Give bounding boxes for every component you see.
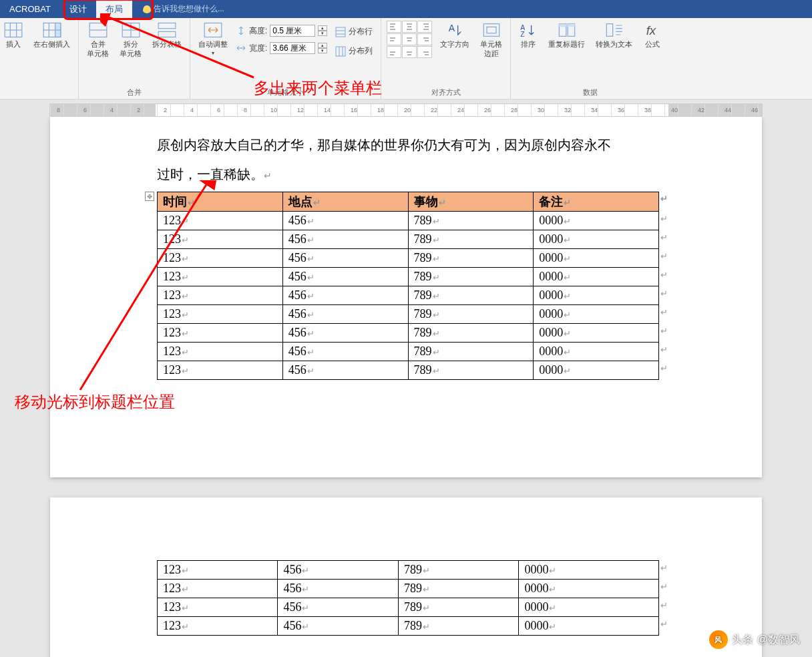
table-cell[interactable]: 0000↵↵ <box>519 617 659 636</box>
table-row[interactable]: 123↵456↵789↵0000↵↵ <box>158 286 659 305</box>
table-cell[interactable]: 456↵ <box>282 212 408 230</box>
autofit-button[interactable]: 自动调整▾ <box>196 21 230 59</box>
align-mc[interactable] <box>402 33 417 45</box>
merge-cells-button[interactable]: 合并 单元格 <box>84 21 112 60</box>
table-row[interactable]: 123↵456↵789↵0000↵↵ <box>158 268 659 286</box>
table-cell[interactable]: 0000↵↵ <box>534 286 659 305</box>
table-cell[interactable]: 456↵ <box>278 580 398 598</box>
table-cell[interactable]: 789↵ <box>408 230 534 249</box>
table-cell[interactable]: 456↵ <box>282 343 408 361</box>
table-cell[interactable]: 456↵ <box>282 361 408 380</box>
align-tc[interactable] <box>402 21 417 33</box>
table-cell[interactable]: 0000↵↵ <box>519 598 659 617</box>
text-direction-button[interactable]: A 文字方向 <box>437 21 472 50</box>
tab-layout[interactable]: 布局 <box>96 0 132 18</box>
height-input[interactable] <box>270 25 315 37</box>
table-cell[interactable]: 123↵ <box>158 305 283 324</box>
table-cell[interactable]: 123↵ <box>158 249 283 268</box>
insert-button[interactable]: 插入 <box>1 21 25 50</box>
table-header-cell[interactable]: 地点↵ <box>282 192 408 212</box>
table-row[interactable]: 123↵456↵789↵0000↵↵ <box>158 580 659 598</box>
table-cell[interactable]: 0000↵↵ <box>534 343 659 361</box>
formula-button[interactable]: fx 公式 <box>640 21 664 50</box>
height-spinner[interactable]: ▴▾ <box>318 25 327 36</box>
table-row[interactable]: 123↵456↵789↵0000↵↵ <box>158 598 659 617</box>
table-cell[interactable]: 456↵ <box>282 286 408 305</box>
table-row[interactable]: 123↵456↵789↵0000↵↵ <box>158 561 659 580</box>
table-header-cell[interactable]: 事物↵ <box>408 192 534 212</box>
table-cell[interactable]: 123↵ <box>158 286 283 305</box>
table-cell[interactable]: 789↵ <box>408 343 534 361</box>
table-cell[interactable]: 789↵ <box>408 324 534 343</box>
table-cell[interactable]: 123↵ <box>158 343 283 361</box>
tab-design[interactable]: 设计 <box>60 0 96 18</box>
align-tr[interactable] <box>417 21 432 33</box>
table-row[interactable]: 123↵456↵789↵0000↵↵ <box>158 617 659 636</box>
table-cell[interactable]: 789↵ <box>408 212 534 230</box>
align-bl[interactable] <box>387 46 401 58</box>
table-cell[interactable]: 123↵ <box>158 580 278 598</box>
width-input[interactable] <box>270 42 315 54</box>
table-cell[interactable]: 123↵ <box>158 561 278 580</box>
table-cell[interactable]: 789↵ <box>398 580 518 598</box>
table-row[interactable]: 123↵456↵789↵0000↵↵ <box>158 212 659 230</box>
table-row[interactable]: 123↵456↵789↵0000↵↵ <box>158 230 659 249</box>
table-cell[interactable]: 0000↵↵ <box>534 361 659 380</box>
table-row[interactable]: 123↵456↵789↵0000↵↵ <box>158 324 659 343</box>
convert-to-text-button[interactable]: 转换为文本 <box>593 21 635 50</box>
table-cell[interactable]: 789↵ <box>408 361 534 380</box>
distribute-cols-button[interactable]: 分布列 <box>333 44 375 58</box>
insert-right-button[interactable]: 在右侧插入 <box>31 21 73 50</box>
table-cell[interactable]: 123↵ <box>158 212 283 230</box>
repeat-header-button[interactable]: 重复标题行 <box>546 21 588 50</box>
table-header-cell[interactable]: 时间↵ <box>158 192 283 212</box>
table-cell[interactable]: 456↵ <box>278 561 398 580</box>
table-cell[interactable]: 0000↵↵ <box>534 249 659 268</box>
align-mr[interactable] <box>417 33 432 45</box>
table-cell[interactable]: 456↵ <box>282 324 408 343</box>
table-cell[interactable]: 456↵ <box>282 230 408 249</box>
split-cells-button[interactable]: 拆分 单元格 <box>117 21 144 60</box>
table-cell[interactable]: 123↵ <box>158 617 278 636</box>
table-header-row[interactable]: 时间↵地点↵事物↵备注↵↵ <box>158 192 659 212</box>
table-cell[interactable]: 0000↵↵ <box>519 580 659 598</box>
distribute-rows-button[interactable]: 分布行 <box>333 25 375 39</box>
table-cell[interactable]: 789↵ <box>408 286 534 305</box>
table-cell[interactable]: 456↵ <box>278 617 398 636</box>
table-cell[interactable]: 789↵ <box>408 249 534 268</box>
table-move-handle[interactable]: ✥ <box>145 192 154 201</box>
tell-me-search[interactable]: 告诉我您想做什么... <box>143 0 224 18</box>
align-br[interactable] <box>417 46 432 58</box>
document-table-page2[interactable]: 123↵456↵789↵0000↵↵123↵456↵789↵0000↵↵123↵… <box>157 560 659 636</box>
paragraph-line-2[interactable]: 过时，一直稀缺。↵ <box>157 160 655 189</box>
table-cell[interactable]: 0000↵↵ <box>519 561 659 580</box>
table-row[interactable]: 123↵456↵789↵0000↵↵ <box>158 305 659 324</box>
table-cell[interactable]: 789↵ <box>408 305 534 324</box>
horizontal-ruler[interactable]: 8642246810121416182022242628303234363840… <box>49 103 763 117</box>
page-2[interactable]: 123↵456↵789↵0000↵↵123↵456↵789↵0000↵↵123↵… <box>50 497 762 657</box>
table-cell[interactable]: 123↵ <box>158 361 283 380</box>
table-cell[interactable]: 123↵ <box>158 598 278 617</box>
table-cell[interactable]: 123↵ <box>158 268 283 286</box>
table-header-cell[interactable]: 备注↵↵ <box>534 192 659 212</box>
paragraph-line-1[interactable]: 原创内容放大自己的才华，那自媒体的世界你仍大有可为，因为原创内容永不 <box>157 130 655 160</box>
table-cell[interactable]: 0000↵↵ <box>534 212 659 230</box>
table-cell[interactable]: 123↵ <box>158 324 283 343</box>
table-cell[interactable]: 0000↵↵ <box>534 324 659 343</box>
table-cell[interactable]: 0000↵↵ <box>534 268 659 286</box>
cell-margin-button[interactable]: 单元格 边距 <box>477 21 505 60</box>
sort-button[interactable]: AZ 排序 <box>516 21 540 50</box>
align-tl[interactable] <box>387 21 401 33</box>
table-row[interactable]: 123↵456↵789↵0000↵↵ <box>158 361 659 380</box>
table-cell[interactable]: 123↵ <box>158 230 283 249</box>
tab-acrobat[interactable]: ACROBAT <box>0 0 60 18</box>
table-cell[interactable]: 456↵ <box>282 249 408 268</box>
table-cell[interactable]: 789↵ <box>398 617 518 636</box>
page-1[interactable]: 原创内容放大自己的才华，那自媒体的世界你仍大有可为，因为原创内容永不 过时，一直… <box>50 117 762 477</box>
table-cell[interactable]: 0000↵↵ <box>534 230 659 249</box>
document-table[interactable]: 时间↵地点↵事物↵备注↵↵123↵456↵789↵0000↵↵123↵456↵7… <box>157 192 659 380</box>
table-cell[interactable]: 456↵ <box>282 268 408 286</box>
align-ml[interactable] <box>387 33 401 45</box>
table-cell[interactable]: 789↵ <box>398 598 518 617</box>
table-cell[interactable]: 456↵ <box>282 305 408 324</box>
